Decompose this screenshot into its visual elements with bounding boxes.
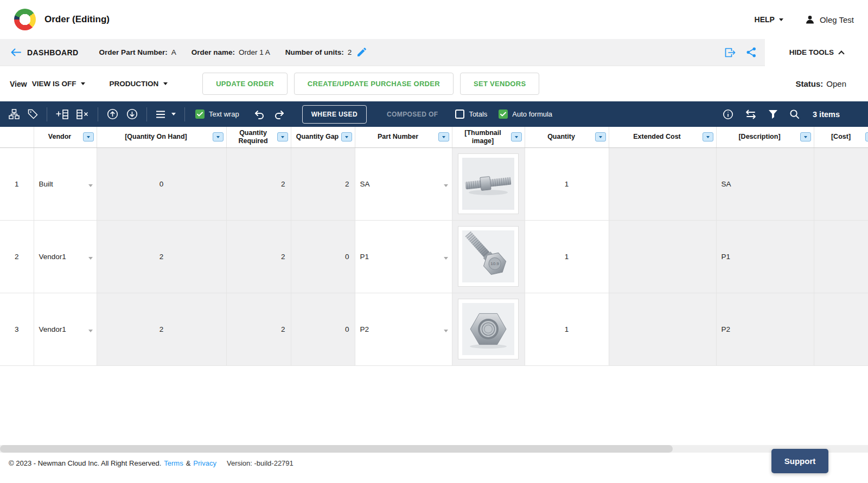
- back-to-dashboard[interactable]: DASHBOARD: [11, 48, 79, 57]
- text-wrap-toggle[interactable]: Text wrap: [195, 110, 239, 119]
- set-vendors-button[interactable]: SET VENDORS: [460, 73, 539, 95]
- cell-quantity-gap: 0: [291, 220, 355, 293]
- cell-quantity[interactable]: 1: [525, 220, 609, 293]
- cell-vendor[interactable]: Vendor1: [34, 293, 97, 365]
- cell-thumbnail: [452, 147, 525, 220]
- help-menu[interactable]: HELP: [755, 15, 783, 24]
- create-update-purchase-order-button[interactable]: CREATE/UPDATE PURCHASE ORDER: [294, 73, 454, 95]
- terms-link[interactable]: Terms: [164, 459, 183, 467]
- col-header-thumbnail: [Thumbnail image]: [452, 127, 525, 147]
- cell-extended-cost: [609, 220, 716, 293]
- cell-quantity[interactable]: 1: [525, 293, 609, 365]
- totals-label: Totals: [469, 110, 487, 118]
- filter-icon[interactable]: [341, 132, 352, 141]
- cell-description: SA: [716, 147, 814, 220]
- caret-down-icon: [81, 82, 85, 85]
- order-part-number-field: Order Part Number: A: [99, 48, 176, 56]
- filter-icon[interactable]: [865, 132, 868, 141]
- grid-header-row: Vendor [Quantity On Hand] Quantity Requi…: [0, 127, 868, 147]
- hide-tools-button[interactable]: HIDE TOOLS: [765, 39, 868, 66]
- export-icon[interactable]: [725, 48, 736, 57]
- filter-icon[interactable]: [800, 132, 811, 141]
- transfer-arrows-icon[interactable]: [744, 108, 758, 120]
- production-dropdown[interactable]: PRODUCTION: [109, 80, 168, 88]
- support-button[interactable]: Support: [771, 449, 828, 473]
- filter-icon[interactable]: [213, 132, 224, 141]
- auto-formula-toggle[interactable]: Auto formula: [499, 110, 552, 119]
- col-header-description: [Description]: [716, 127, 814, 147]
- user-icon: [805, 15, 815, 24]
- hex-nut-thumbnail[interactable]: [458, 299, 519, 359]
- view-dropdown[interactable]: View VIEW IS OFF: [10, 80, 85, 88]
- status-value: Open: [826, 79, 846, 88]
- col-header-quantity-on-hand: [Quantity On Hand]: [97, 127, 226, 147]
- cell-part-number[interactable]: P2: [355, 293, 452, 365]
- privacy-link[interactable]: Privacy: [193, 459, 216, 467]
- filter-icon[interactable]: [277, 132, 288, 141]
- dropdown-caret-icon[interactable]: [444, 326, 448, 334]
- col-label: Part Number: [358, 133, 438, 141]
- cell-description: P2: [716, 293, 814, 365]
- search-icon[interactable]: [788, 108, 801, 120]
- copyright-text: © 2023 - Newman Cloud Inc. All Right Res…: [9, 459, 161, 467]
- row-height-menu[interactable]: [155, 110, 177, 119]
- composed-of-button[interactable]: COMPOSED OF: [387, 111, 438, 118]
- add-line-icon[interactable]: [55, 108, 69, 120]
- cell-quantity-on-hand: 2: [97, 220, 226, 293]
- order-status: Status: Open: [795, 79, 858, 88]
- cell-row-number: 1: [0, 147, 34, 220]
- dropdown-caret-icon[interactable]: [444, 253, 448, 261]
- undo-icon[interactable]: [252, 108, 266, 120]
- cell-quantity-gap: 2: [291, 147, 355, 220]
- production-label: PRODUCTION: [109, 80, 158, 88]
- checkbox-checked-icon: [195, 110, 205, 119]
- cell-part-number[interactable]: SA: [355, 147, 452, 220]
- filter-icon[interactable]: [83, 132, 94, 141]
- app-logo: [14, 9, 36, 30]
- cell-part-number[interactable]: P1: [355, 220, 452, 293]
- scrollbar-thumb[interactable]: [0, 445, 673, 453]
- totals-toggle[interactable]: Totals: [455, 110, 487, 119]
- status-label: Status:: [795, 79, 823, 88]
- order-items-grid: Vendor [Quantity On Hand] Quantity Requi…: [0, 127, 868, 366]
- number-of-units-field: Number of units: 2: [285, 48, 367, 57]
- bolt-assembly-thumbnail[interactable]: [458, 153, 519, 214]
- edit-pencil-icon[interactable]: [357, 48, 366, 57]
- filter-icon[interactable]: [703, 132, 713, 141]
- filter-icon[interactable]: [767, 108, 779, 120]
- dropdown-caret-icon[interactable]: [88, 253, 93, 261]
- dropdown-caret-icon[interactable]: [444, 181, 448, 189]
- sitemap-icon[interactable]: [8, 108, 21, 120]
- update-order-button[interactable]: UPDATE ORDER: [202, 73, 288, 95]
- info-icon[interactable]: [722, 108, 735, 121]
- units-label: Number of units:: [285, 48, 344, 56]
- dropdown-caret-icon[interactable]: [88, 181, 93, 189]
- hex-bolt-thumbnail[interactable]: 10.9: [458, 226, 519, 287]
- where-used-button[interactable]: WHERE USED: [302, 105, 367, 124]
- cell-quantity-on-hand: 2: [97, 293, 226, 365]
- col-label: [Description]: [719, 133, 800, 141]
- filter-icon[interactable]: [595, 132, 606, 141]
- top-header: Order (Editing) HELP Oleg Test: [0, 0, 868, 39]
- dropdown-caret-icon[interactable]: [88, 326, 93, 334]
- delete-line-icon[interactable]: [75, 108, 90, 120]
- col-header-row-number: [0, 127, 34, 147]
- filter-icon[interactable]: [511, 132, 522, 141]
- cell-row-number: 2: [0, 220, 34, 293]
- cell-vendor[interactable]: Built: [34, 147, 97, 220]
- col-header-quantity-required: Quantity Required: [226, 127, 291, 147]
- help-label: HELP: [755, 15, 775, 24]
- cell-vendor[interactable]: Vendor1: [34, 220, 97, 293]
- caret-down-icon: [779, 18, 783, 21]
- tag-icon[interactable]: [27, 108, 39, 120]
- filter-icon[interactable]: [438, 132, 449, 141]
- toolbar-separator: [184, 107, 185, 121]
- move-up-icon[interactable]: [106, 107, 119, 121]
- user-menu[interactable]: Oleg Test: [805, 15, 854, 24]
- share-icon[interactable]: [746, 47, 756, 57]
- move-down-icon[interactable]: [125, 107, 139, 121]
- redo-icon[interactable]: [272, 108, 286, 120]
- cell-quantity[interactable]: 1: [525, 147, 609, 220]
- caret-down-icon: [171, 113, 176, 115]
- order-name-label: Order name:: [192, 48, 235, 56]
